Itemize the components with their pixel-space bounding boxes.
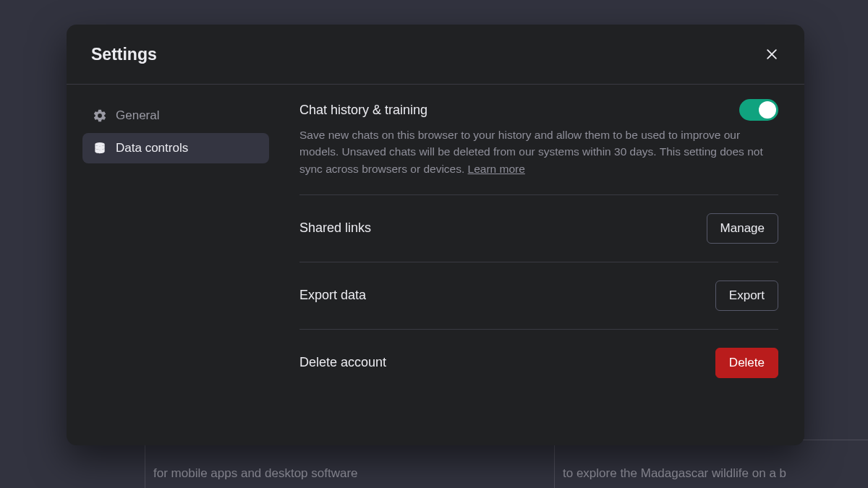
close-icon	[765, 47, 779, 61]
gear-icon	[93, 108, 107, 123]
sidebar-item-data-controls[interactable]: Data controls	[82, 133, 269, 163]
delete-button[interactable]: Delete	[715, 348, 778, 378]
settings-modal: Settings General	[67, 25, 804, 445]
sidebar-item-general[interactable]: General	[82, 100, 269, 131]
setting-export-data: Export data Export	[299, 262, 778, 330]
setting-chat-history: Chat history & training Save new chats o…	[299, 99, 778, 195]
svg-point-2	[95, 142, 104, 146]
chat-history-title: Chat history & training	[299, 103, 427, 118]
bg-text-left: for mobile apps and desktop software	[153, 466, 358, 481]
chat-history-toggle[interactable]	[739, 99, 778, 121]
delete-account-label: Delete account	[299, 355, 386, 370]
settings-content: Chat history & training Save new chats o…	[269, 99, 788, 425]
export-data-label: Export data	[299, 288, 366, 303]
bg-text-right: to explore the Madagascar wildlife on a …	[563, 466, 786, 481]
setting-delete-account: Delete account Delete	[299, 330, 778, 396]
setting-shared-links: Shared links Manage	[299, 195, 778, 262]
settings-sidebar: General Data controls	[82, 99, 269, 425]
modal-body: General Data controls Chat history & tra…	[67, 85, 804, 445]
export-button[interactable]: Export	[715, 281, 778, 311]
manage-button[interactable]: Manage	[707, 213, 778, 244]
learn-more-link[interactable]: Learn more	[468, 163, 525, 175]
modal-title: Settings	[91, 45, 157, 64]
close-button[interactable]	[761, 43, 783, 65]
shared-links-label: Shared links	[299, 221, 371, 236]
sidebar-item-label: General	[116, 108, 159, 123]
database-icon	[93, 141, 107, 155]
modal-header: Settings	[67, 25, 804, 85]
sidebar-item-label: Data controls	[116, 141, 188, 155]
chat-history-description: Save new chats on this browser to your h…	[299, 121, 778, 194]
